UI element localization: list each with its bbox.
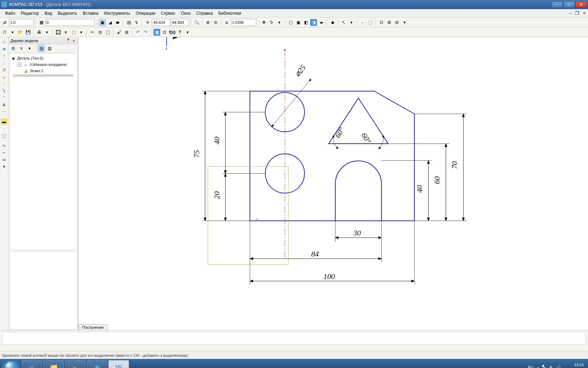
menu-service[interactable]: Сервис — [158, 10, 178, 17]
redraw-button[interactable]: ▾ — [348, 19, 355, 26]
grid-button[interactable]: ▤ — [125, 19, 132, 26]
shaded-button[interactable]: ◧ — [302, 19, 309, 26]
tray-lang[interactable]: RU — [528, 365, 533, 368]
tree-body[interactable]: ◉ Деталь (Тел-0) + ⌙ (т)Начало координат… — [9, 53, 77, 250]
geometry-tool-button[interactable]: ◇ — [1, 39, 7, 45]
format-painter-button[interactable]: 🖌 — [115, 29, 122, 36]
preview-dd-icon[interactable]: ▾ — [62, 29, 69, 36]
menu-libraries[interactable]: Библиотеки — [216, 10, 244, 17]
copy-button[interactable]: ⧉ — [97, 29, 104, 36]
param-tool-button[interactable]: ↕ — [1, 81, 7, 87]
step-icon[interactable]: ⇄ — [1, 19, 8, 26]
menu-operations[interactable]: Операции — [133, 10, 158, 17]
line-tool-button[interactable]: ╲ — [1, 88, 7, 94]
properties-button[interactable]: ⊞ — [123, 29, 130, 36]
tool-d-button[interactable]: ⊞ — [386, 19, 393, 26]
tool-g-button[interactable]: ⬚ — [70, 29, 77, 36]
tray-flag-icon[interactable]: ▚ — [542, 365, 545, 368]
wavy-tool-button[interactable]: 〰 — [1, 109, 7, 115]
tree-view1-button[interactable]: ≡ — [18, 45, 25, 52]
text-a-tool-button[interactable]: A — [1, 102, 7, 108]
manager-button[interactable]: ▦ — [153, 29, 160, 36]
task-explorer[interactable]: 📁 — [43, 360, 64, 368]
fx-button[interactable]: f(x) — [169, 29, 176, 36]
tree-close-button[interactable]: × — [72, 39, 76, 43]
tool-e-button[interactable]: ⊟ — [393, 19, 400, 26]
step-combo[interactable] — [9, 19, 34, 26]
print-preview-button[interactable]: ▾ — [43, 29, 50, 36]
tree-pin-button[interactable]: 📍 — [65, 38, 72, 43]
tree-mode1-button[interactable]: ▤ — [38, 45, 45, 52]
tool-b-button[interactable]: ⬚ — [367, 19, 374, 26]
menu-window[interactable]: Окно — [178, 10, 194, 17]
zoom-window-button[interactable]: ⧈ — [223, 19, 230, 26]
expand-icon[interactable]: + — [17, 62, 21, 67]
dropdown2-icon[interactable]: ▾ — [184, 29, 191, 36]
tray-volume-icon[interactable]: 🔊 — [556, 365, 561, 368]
chevron-down-icon[interactable]: ▾ — [1, 163, 7, 170]
point-tool-button[interactable]: · — [1, 125, 7, 132]
coord-y-field[interactable] — [171, 19, 189, 26]
arc-tool-button[interactable]: ⌒ — [1, 95, 7, 101]
open-button[interactable]: 📂 — [17, 29, 24, 36]
tree-view1-dd[interactable]: ▾ — [26, 45, 33, 52]
tab-construction[interactable]: Построение — [78, 324, 107, 330]
new-dropdown-icon[interactable]: ▾ — [9, 29, 16, 36]
snap-toggle-button[interactable]: ▣ — [99, 19, 106, 26]
maximize-button[interactable]: □ — [564, 1, 575, 8]
task-word[interactable]: W — [108, 360, 129, 368]
notation-tool-button[interactable]: ⟊ — [1, 60, 7, 66]
doc-minimize-button[interactable]: – — [568, 11, 573, 16]
tree-mode2-button[interactable]: ▥ — [46, 45, 53, 52]
hidden-lines-button[interactable]: ▣ — [295, 19, 302, 26]
menu-tools[interactable]: Инструменты — [101, 10, 133, 17]
orientation-button[interactable]: ▾ — [276, 19, 283, 26]
zoom-in-button[interactable]: ⊕ — [204, 19, 211, 26]
task-kompas[interactable]: ◉ — [87, 360, 107, 368]
property-inner[interactable] — [2, 332, 586, 345]
arrow-tool-button[interactable]: ↖ — [340, 19, 347, 26]
corner-tool-button[interactable]: ⌐ — [1, 149, 7, 156]
local-cs-button[interactable]: ↯ — [133, 19, 140, 26]
tree-root-node[interactable]: ◉ Деталь (Тел-0) — [11, 55, 76, 61]
tool-c-button[interactable]: ⊡ — [378, 19, 385, 26]
menu-help[interactable]: Справка — [194, 10, 216, 17]
dropdown-icon[interactable]: ▾ — [401, 19, 408, 26]
ortho-button[interactable]: ◢ — [106, 19, 113, 26]
print-button[interactable]: 🖶 — [36, 29, 43, 36]
zoom-combo[interactable] — [231, 19, 256, 26]
task-media[interactable]: ▸ — [65, 360, 85, 368]
task-ie[interactable]: e — [22, 360, 42, 368]
paste-button[interactable]: 📋 — [104, 29, 111, 36]
perspective-button[interactable]: ▰ — [318, 19, 325, 26]
new-button[interactable]: 🗋 — [1, 29, 8, 36]
layer-icon[interactable]: ▦ — [38, 19, 45, 26]
menu-edit[interactable]: Редактор — [18, 10, 42, 17]
rect-tool-button[interactable]: ▭ — [1, 156, 7, 163]
tray-network-icon[interactable]: 🖧 — [549, 365, 553, 368]
start-button[interactable] — [1, 360, 20, 368]
help-button[interactable]: ? — [176, 29, 183, 36]
menu-view[interactable]: Вид — [42, 10, 55, 17]
tray-clock[interactable]: 13:15 29.03.2013 — [565, 363, 584, 368]
rotate-button[interactable]: ↻ — [268, 19, 275, 26]
menu-insert[interactable]: Вставка — [80, 10, 101, 17]
redo-button[interactable]: ↷ — [142, 29, 149, 36]
circle-tool-button[interactable]: ◯ — [1, 132, 7, 139]
tool-g-dd-icon[interactable]: ▾ — [78, 29, 85, 36]
menu-file[interactable]: Файл — [2, 10, 18, 17]
tree-origin-node[interactable]: + ⌙ (т)Начало координат — [11, 61, 76, 68]
tool-a-button[interactable]: ▫ — [359, 19, 366, 26]
drawing-canvas[interactable]: ⌀25 75 40 20 70 60 — [78, 37, 588, 330]
tray-chevron-icon[interactable]: ▴ — [537, 365, 539, 368]
round-button[interactable]: ⬬ — [114, 19, 121, 26]
tree-collapse-button[interactable]: ⊟ — [10, 45, 17, 52]
shaded-edges-button[interactable]: ◨ — [310, 19, 317, 26]
tree-sketch-node[interactable]: 🔒 Эскиз:1 — [11, 68, 76, 74]
text-tool-button[interactable]: Ꭿ — [1, 67, 7, 73]
spline-tool-button[interactable]: ∿ — [1, 142, 7, 149]
dimension-tool-button[interactable]: ⟟ — [1, 53, 7, 59]
menu-select[interactable]: Выделить — [55, 10, 80, 17]
pan-button[interactable]: ✥ — [260, 19, 267, 26]
preview-button[interactable]: 🔲 — [55, 29, 62, 36]
